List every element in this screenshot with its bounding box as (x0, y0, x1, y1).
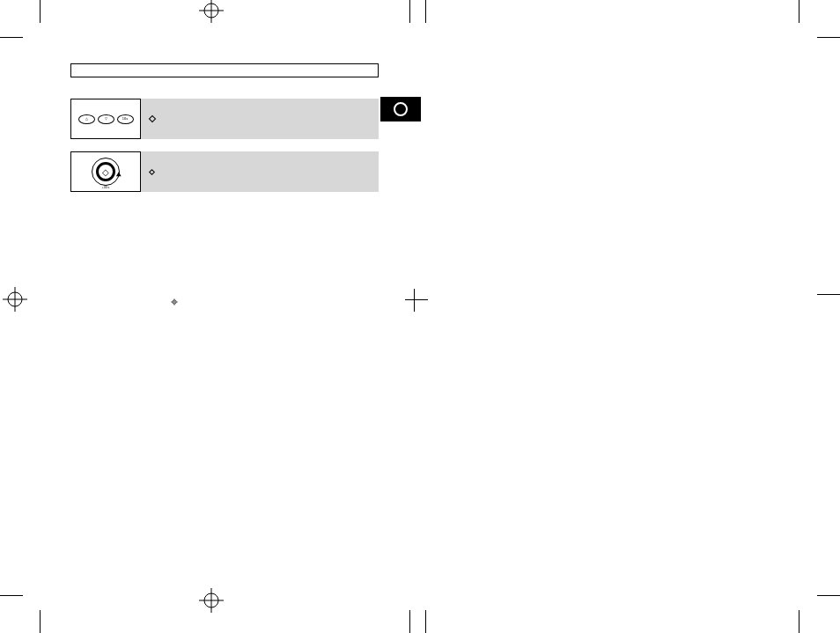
section-title (70, 63, 379, 77)
start-dial-icon: ◇ +30 s (92, 158, 120, 186)
tab-circle-icon (394, 102, 408, 116)
oval-up-symbol: △ (85, 117, 88, 121)
oval-button-down: ▽ (98, 114, 114, 124)
step-1-text (141, 99, 379, 139)
diamond-icon (149, 115, 156, 122)
oval-10s-label: 10s (122, 117, 128, 121)
step-row-2: ◇ +30 s (70, 151, 379, 192)
step-2-text (141, 151, 379, 192)
section-tab (380, 97, 421, 121)
center-marker (171, 293, 178, 300)
registration-mark-left (3, 287, 27, 312)
small-diamond-icon (149, 169, 155, 175)
oval-button-10s: 10s (117, 114, 134, 124)
step-2-dial: ◇ +30 s (70, 151, 141, 192)
dial-30s-label: +30 s (92, 186, 120, 189)
registration-mark-bottom (199, 588, 224, 613)
page-content: △ ▽ 10s ◇ (70, 63, 379, 204)
dial-symbol: ◇ (102, 167, 109, 177)
step-row-1: △ ▽ 10s (70, 99, 379, 139)
oval-button-up: △ (78, 114, 95, 124)
oval-down-symbol: ▽ (105, 117, 107, 121)
registration-mark-top (199, 0, 224, 23)
step-1-buttons: △ ▽ 10s (70, 99, 141, 139)
